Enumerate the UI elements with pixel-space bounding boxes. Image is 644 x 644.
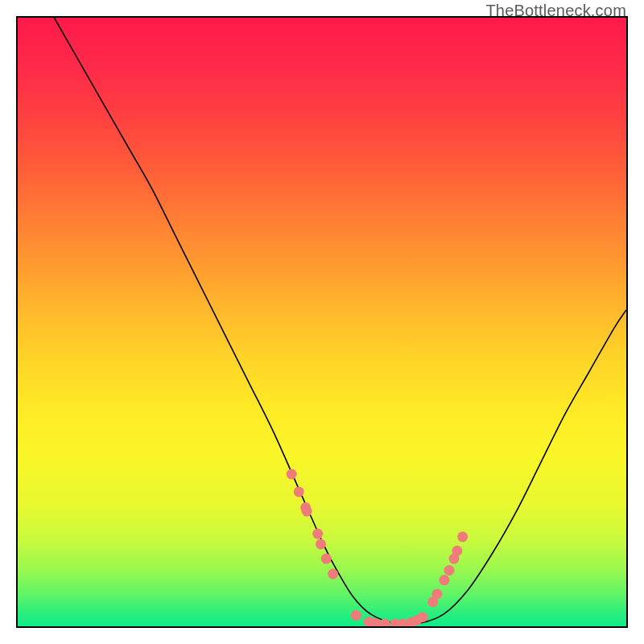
marker-cluster-left xyxy=(287,469,338,580)
marker-cluster-bottom xyxy=(351,610,427,626)
data-marker xyxy=(452,546,462,556)
chart-svg xyxy=(18,18,626,626)
data-marker xyxy=(287,469,297,480)
data-marker xyxy=(294,486,304,497)
curve-line xyxy=(54,18,626,625)
plot-area xyxy=(16,16,628,628)
data-marker xyxy=(316,539,326,549)
data-marker xyxy=(444,565,455,576)
curve-path xyxy=(54,18,626,625)
data-marker xyxy=(351,610,361,621)
data-marker xyxy=(417,612,427,622)
data-marker xyxy=(328,568,338,579)
chart-container: TheBottleneck.com xyxy=(0,0,644,644)
data-marker xyxy=(321,554,332,564)
data-marker xyxy=(457,531,468,542)
data-marker xyxy=(302,506,312,517)
data-marker xyxy=(312,529,323,539)
data-marker xyxy=(439,575,449,585)
data-marker xyxy=(431,588,442,599)
marker-cluster-right xyxy=(427,531,468,607)
